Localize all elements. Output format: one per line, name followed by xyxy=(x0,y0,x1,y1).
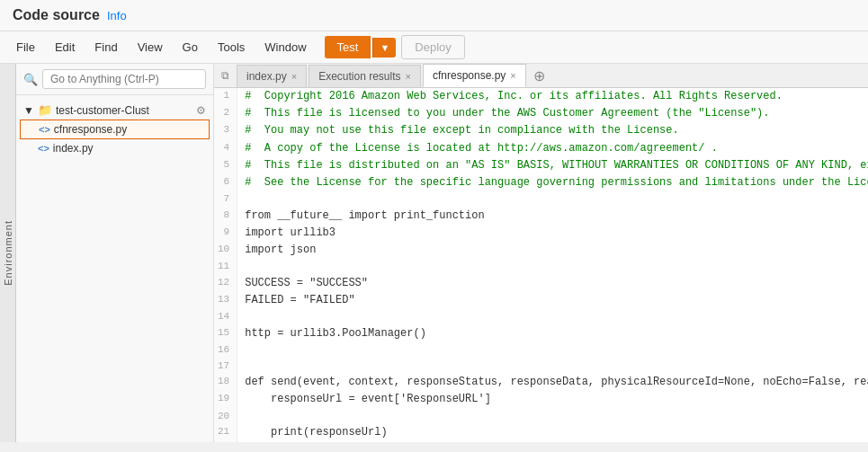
line-code: FAILED = "FAILED" xyxy=(237,292,868,309)
line-code: # You may not use this file except in co… xyxy=(237,122,868,139)
folder-name: test-customer-Clust xyxy=(56,104,149,117)
line-code xyxy=(237,441,868,442)
tab-close-index[interactable]: × xyxy=(291,71,297,82)
line-number: 8 xyxy=(214,208,237,225)
test-dropdown-button[interactable]: ▼ xyxy=(372,38,396,58)
line-code: # This file is licensed to you under the… xyxy=(237,105,868,122)
folder-icon: 📁 xyxy=(38,103,52,117)
gear-icon[interactable]: ⚙ xyxy=(196,104,206,117)
table-row: 19 responseUrl = event['ResponseURL'] xyxy=(214,391,868,408)
table-row: 11 xyxy=(214,259,868,275)
line-code: from __future__ import print_function xyxy=(237,208,868,225)
tab-bar: ⧉ index.py × Execution results × cfnresp… xyxy=(214,64,868,88)
line-code xyxy=(237,259,868,275)
table-row: 22 xyxy=(214,441,868,442)
top-header: Code source Info xyxy=(0,0,868,31)
environment-strip: Environment xyxy=(0,64,16,442)
chevron-right-icon: ▼ xyxy=(23,104,34,117)
line-code: http = urllib3.PoolManager() xyxy=(237,325,868,342)
table-row: 3# You may not use this file except in c… xyxy=(214,122,868,139)
line-number: 13 xyxy=(214,292,237,309)
tab-close-cfnresponse[interactable]: × xyxy=(510,70,515,81)
line-code: # A copy of the License is located at ht… xyxy=(237,140,868,157)
line-number: 16 xyxy=(214,342,237,359)
table-row: 10import json xyxy=(214,242,868,259)
menu-edit[interactable]: Edit xyxy=(46,37,84,58)
file-index[interactable]: <> index.py xyxy=(20,139,210,157)
line-code: import json xyxy=(237,242,868,259)
line-code: import urllib3 xyxy=(237,225,868,242)
line-code xyxy=(237,342,868,359)
file-tree: ▼ 📁 test-customer-Clust ⚙ <> cfnresponse… xyxy=(16,95,213,442)
menu-window[interactable]: Window xyxy=(255,37,315,58)
line-code: responseUrl = event['ResponseURL'] xyxy=(237,391,868,408)
table-row: 2# This file is licensed to you under th… xyxy=(214,105,868,122)
menu-go[interactable]: Go xyxy=(174,37,207,58)
line-number: 11 xyxy=(214,259,237,275)
line-number: 21 xyxy=(214,424,237,441)
menu-tools[interactable]: Tools xyxy=(209,37,254,58)
tab-execution[interactable]: Execution results × xyxy=(309,65,421,87)
table-row: 13FAILED = "FAILED" xyxy=(214,292,868,309)
line-number: 10 xyxy=(214,242,237,259)
line-code: # This file is distributed on an "AS IS"… xyxy=(237,157,868,174)
table-row: 5# This file is distributed on an "AS IS… xyxy=(214,157,868,174)
tab-index[interactable]: index.py × xyxy=(237,65,307,87)
line-number: 9 xyxy=(214,225,237,242)
line-number: 1 xyxy=(214,88,237,105)
menu-file[interactable]: File xyxy=(7,37,44,58)
main-layout: Environment 🔍 ▼ 📁 test-customer-Clust ⚙ … xyxy=(0,64,868,442)
tab-label-index: index.py xyxy=(246,70,287,83)
line-number: 22 xyxy=(214,441,237,442)
table-row: 12SUCCESS = "SUCCESS" xyxy=(214,275,868,292)
line-code: SUCCESS = "SUCCESS" xyxy=(237,275,868,292)
table-row: 18def send(event, context, responseStatu… xyxy=(214,374,868,391)
table-row: 14 xyxy=(214,309,868,325)
table-row: 6# See the License for the specific lang… xyxy=(214,174,868,191)
table-row: 1# Copyright 2016 Amazon Web Services, I… xyxy=(214,88,868,105)
table-row: 16 xyxy=(214,342,868,359)
search-input[interactable] xyxy=(42,69,206,89)
file-explorer: 🔍 ▼ 📁 test-customer-Clust ⚙ <> cfnrespon… xyxy=(16,64,214,442)
table-row: 15http = urllib3.PoolManager() xyxy=(214,325,868,342)
tab-label-cfnresponse: cfnresponse.py xyxy=(433,69,506,82)
line-code: def send(event, context, responseStatus,… xyxy=(237,374,868,391)
tab-cfnresponse[interactable]: cfnresponse.py × xyxy=(423,64,526,87)
line-number: 4 xyxy=(214,140,237,157)
test-button[interactable]: Test xyxy=(325,36,371,58)
editor-area: ⧉ index.py × Execution results × cfnresp… xyxy=(214,64,868,442)
table-row: 9import urllib3 xyxy=(214,225,868,242)
environment-label: Environment xyxy=(3,220,13,286)
add-tab-button[interactable]: ⊕ xyxy=(528,66,550,86)
line-number: 19 xyxy=(214,391,237,408)
line-number: 12 xyxy=(214,275,237,292)
code-editor[interactable]: 1# Copyright 2016 Amazon Web Services, I… xyxy=(214,88,868,442)
split-icon[interactable]: ⧉ xyxy=(218,64,233,87)
line-code xyxy=(237,409,868,425)
file-cfnresponse[interactable]: <> cfnresponse.py xyxy=(20,120,210,139)
deploy-button[interactable]: Deploy xyxy=(401,35,464,59)
line-number: 18 xyxy=(214,374,237,391)
menu-view[interactable]: View xyxy=(129,37,172,58)
table-row: 8from __future__ import print_function xyxy=(214,208,868,225)
line-code xyxy=(237,191,868,208)
line-code: print(responseUrl) xyxy=(237,424,868,441)
folder-item[interactable]: ▼ 📁 test-customer-Clust ⚙ xyxy=(20,101,210,120)
menu-find[interactable]: Find xyxy=(85,37,126,58)
search-bar: 🔍 xyxy=(16,64,213,95)
code-table: 1# Copyright 2016 Amazon Web Services, I… xyxy=(214,88,868,442)
line-number: 5 xyxy=(214,157,237,174)
table-row: 17 xyxy=(214,359,868,375)
tab-close-execution[interactable]: × xyxy=(406,71,411,82)
line-code: # See the License for the specific langu… xyxy=(237,174,868,191)
file-name-cfnresponse: cfnresponse.py xyxy=(54,123,127,136)
table-row: 20 xyxy=(214,409,868,425)
line-number: 2 xyxy=(214,105,237,122)
line-number: 3 xyxy=(214,122,237,139)
info-link[interactable]: Info xyxy=(107,9,127,22)
python-icon-2: <> xyxy=(38,143,49,154)
line-code xyxy=(237,309,868,325)
table-row: 21 print(responseUrl) xyxy=(214,424,868,441)
table-row: 7 xyxy=(214,191,868,208)
tab-label-execution: Execution results xyxy=(318,70,400,83)
